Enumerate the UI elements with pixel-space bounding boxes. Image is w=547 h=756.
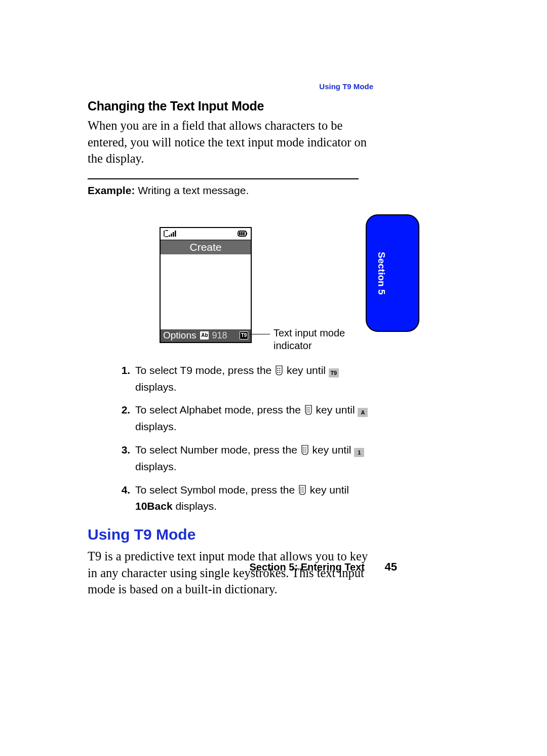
svg-point-9 (277, 368, 278, 369)
manual-page: Using T9 Mode Changing the Text Input Mo… (0, 0, 547, 756)
step-1-mid: key until (284, 364, 329, 376)
svg-point-11 (277, 372, 278, 373)
right-softkey-icon (275, 364, 284, 380)
page-number: 45 (385, 560, 397, 574)
svg-point-28 (300, 489, 301, 490)
svg-rect-8 (246, 233, 247, 235)
right-softkey-icon (304, 404, 313, 419)
step-3-post: displays. (135, 461, 177, 472)
step-1-post: displays. (135, 381, 177, 393)
right-softkey-icon (300, 444, 309, 459)
steps-list: To select T9 mode, press the key until T… (88, 363, 380, 514)
svg-point-23 (303, 451, 304, 452)
softkey-options: Options (163, 330, 196, 341)
step-2: To select Alphabet mode, press the key u… (133, 402, 380, 434)
callout-leader-line (250, 334, 270, 334)
step-3: To select Number mode, press the key unt… (133, 442, 380, 474)
phone-title: Create (161, 240, 251, 254)
step-2-post: displays. (135, 421, 177, 432)
step-2-mid: key until (313, 404, 358, 415)
content-column: Changing the Text Input Mode When you ar… (88, 99, 380, 598)
running-header: Using T9 Mode (319, 82, 373, 91)
step-2-pre: To select Alphabet mode, press the (135, 404, 304, 415)
page-footer: Section 5: Entering Text 45 (250, 560, 398, 574)
svg-point-21 (303, 447, 304, 448)
svg-rect-0 (169, 235, 170, 237)
footer-section-title: Section 5: Entering Text (250, 561, 365, 573)
svg-rect-3 (175, 231, 176, 237)
battery-icon (237, 230, 248, 237)
subheading-changing-mode: Changing the Text Input Mode (88, 99, 380, 114)
step-4: To select Symbol mode, press the key unt… (133, 482, 380, 514)
step-1-pre: To select T9 mode, press the (135, 364, 275, 376)
section-tab: Section 5 (366, 214, 419, 332)
alpha-chip-icon: A (358, 408, 368, 417)
svg-rect-7 (243, 232, 245, 235)
svg-point-15 (306, 407, 307, 408)
svg-rect-1 (171, 234, 172, 237)
heading-using-t9: Using T9 Mode (88, 526, 380, 543)
step-3-pre: To select Number mode, press the (135, 444, 300, 456)
svg-rect-6 (241, 232, 243, 235)
intro-paragraph: When you are in a field that allows char… (88, 118, 380, 167)
example-text: Writing a text message. (135, 184, 249, 196)
step-4-mid: key until (307, 484, 349, 496)
example-label: Example: (88, 184, 135, 196)
t9-chip-icon: T9 (329, 368, 339, 377)
divider (88, 178, 359, 179)
svg-point-29 (300, 492, 301, 493)
step-3-mid: key until (309, 444, 355, 456)
svg-point-17 (306, 411, 307, 412)
phone-body (161, 254, 251, 329)
svg-point-22 (303, 449, 304, 450)
signal-icon (163, 230, 177, 238)
step-1: To select T9 mode, press the key until T… (133, 363, 380, 395)
example-line: Example: Writing a text message. (88, 184, 380, 197)
t9-mode-icon: T9 (240, 331, 248, 339)
svg-point-27 (300, 487, 301, 488)
phone-softkey-bar: Options Ab 918 T9 (161, 329, 251, 342)
step-4-bold: 10Back (135, 500, 173, 512)
phone-figure: Create Options Ab 918 T9 Text input mode… (88, 227, 380, 354)
section-tab-label: Section 5 (376, 252, 387, 294)
phone-status-bar (161, 228, 251, 240)
char-count: 918 (212, 330, 227, 341)
svg-point-16 (306, 409, 307, 410)
step-4-pre: To select Symbol mode, press the (135, 484, 298, 496)
callout-text: Text input mode indicator (274, 327, 365, 352)
svg-rect-2 (173, 232, 174, 237)
step-4-post: displays. (173, 500, 217, 512)
svg-point-10 (277, 370, 278, 371)
phone-screen: Create Options Ab 918 T9 (160, 227, 252, 343)
number-chip-icon: 1 (354, 448, 364, 457)
ab-mode-icon: Ab (200, 331, 209, 339)
right-softkey-icon (298, 484, 307, 499)
svg-rect-5 (239, 232, 241, 235)
